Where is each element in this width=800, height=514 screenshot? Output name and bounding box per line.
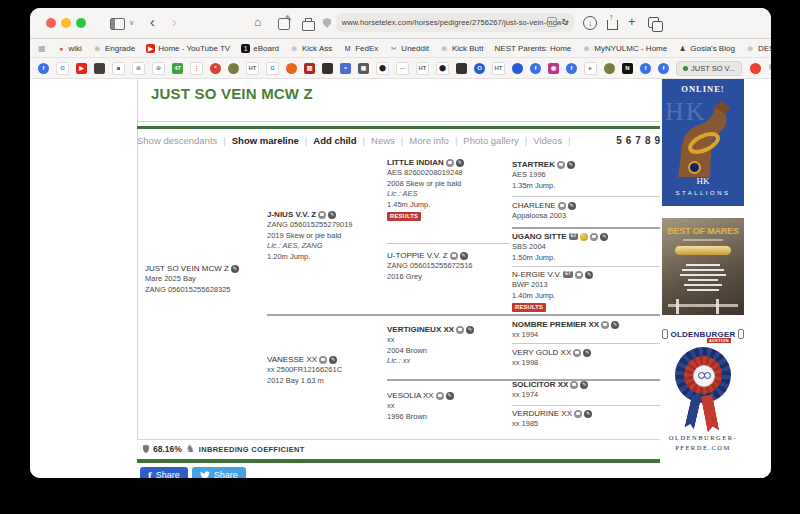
edit-icon[interactable]: [446, 392, 454, 400]
favicon-icon[interactable]: =: [340, 63, 351, 74]
horse-name-link[interactable]: LITTLE INDIAN: [387, 157, 444, 168]
favicon-icon[interactable]: a: [112, 62, 125, 75]
favicon-icon[interactable]: f: [640, 63, 651, 74]
favicon-icon[interactable]: ⊕: [152, 62, 165, 75]
zoom-window-button[interactable]: [76, 18, 86, 28]
bookmark-item[interactable]: ⊕Kick Ass: [290, 44, 332, 53]
horse-name-link[interactable]: J-NIUS V.V. Z: [267, 209, 316, 220]
favicon-icon[interactable]: O: [474, 63, 485, 74]
favicon-icon[interactable]: —: [396, 62, 409, 75]
address-bar[interactable]: www.horsetelex.com/horses/pedigree/27562…: [336, 13, 574, 32]
gold-button[interactable]: [675, 246, 731, 255]
favicon-icon[interactable]: HT: [416, 62, 429, 75]
favicon-icon[interactable]: ◉: [548, 63, 559, 74]
bookmark-item[interactable]: ⊕Kick Butt: [440, 44, 484, 53]
printer-icon[interactable]: [302, 21, 315, 31]
new-tab-button[interactable]: +: [628, 14, 636, 29]
edit-icon[interactable]: [611, 321, 619, 329]
horse-name-link[interactable]: SOLICITOR XX: [512, 379, 568, 390]
favicon-icon[interactable]: f: [566, 63, 577, 74]
results-badge[interactable]: RESULTS: [387, 212, 421, 221]
bookmark-item[interactable]: 1eBoard: [241, 44, 279, 53]
horse-name-link[interactable]: JUST SO VEIN MCW Z: [145, 263, 229, 274]
favicon-icon[interactable]: [322, 63, 333, 74]
horse-name-link[interactable]: VERTIGINEUX XX: [387, 324, 454, 335]
camera-icon[interactable]: [574, 410, 582, 418]
favicon-icon[interactable]: G: [56, 62, 69, 75]
extension-icon[interactable]: [547, 17, 557, 27]
favicon-icon[interactable]: N: [622, 63, 633, 74]
home-icon[interactable]: ⌂: [254, 15, 261, 29]
bookmark-item[interactable]: ✂Uneddit: [389, 44, 429, 53]
menu-item-photo-gallery[interactable]: Photo gallery: [463, 135, 518, 146]
favicon-icon[interactable]: ▣: [358, 63, 369, 74]
favicon-icon[interactable]: f: [38, 63, 49, 74]
bookmark-item[interactable]: ⊕MyNYULMC - Home: [582, 44, 667, 53]
active-tab-chip[interactable]: JUST SO V...: [676, 61, 742, 76]
best-of-mares-ad-banner[interactable]: BEST OF MARES: [662, 218, 744, 315]
back-button[interactable]: ‹: [150, 13, 155, 31]
share-icon[interactable]: [607, 20, 618, 30]
favicon-icon[interactable]: ⬤: [376, 62, 389, 75]
minimize-window-button[interactable]: [61, 18, 71, 28]
oldenburger-ad-banner[interactable]: OLDENBURGER AUKTION OLDENBURGER- PFERDE.…: [662, 325, 744, 461]
edit-icon[interactable]: [583, 349, 591, 357]
results-badge[interactable]: RESULTS: [512, 303, 546, 312]
favicon-icon[interactable]: G: [266, 62, 279, 75]
bookmark-item[interactable]: NEST Parents: Home: [495, 44, 572, 53]
favicon-icon[interactable]: HT: [246, 62, 259, 75]
forward-button[interactable]: ›: [172, 13, 177, 31]
generation-link-8[interactable]: 8: [645, 135, 651, 146]
camera-icon[interactable]: [601, 321, 609, 329]
camera-icon[interactable]: [557, 161, 565, 169]
camera-icon[interactable]: [436, 392, 444, 400]
edit-icon[interactable]: [456, 159, 464, 167]
horse-name-link[interactable]: NOMBRE PREMIER XX: [512, 319, 599, 330]
generation-link-9[interactable]: 9: [654, 135, 660, 146]
favicon-icon[interactable]: ▸: [584, 62, 597, 75]
camera-icon[interactable]: [575, 271, 583, 279]
favicon-icon[interactable]: ⊕: [132, 62, 145, 75]
close-window-button[interactable]: [46, 18, 56, 28]
edit-icon[interactable]: [568, 202, 576, 210]
edit-icon[interactable]: [600, 233, 608, 241]
gold-badge-icon[interactable]: [580, 233, 588, 241]
favicon-icon[interactable]: [94, 63, 105, 74]
camera-icon[interactable]: [318, 211, 326, 219]
reload-icon[interactable]: ↻: [561, 17, 569, 27]
camera-icon[interactable]: [590, 233, 598, 241]
menu-item-show-mareline[interactable]: Show mareline: [232, 135, 299, 146]
favicon-icon[interactable]: f: [658, 63, 669, 74]
favicon-icon[interactable]: [286, 63, 297, 74]
horse-name-link[interactable]: STARTREK: [512, 159, 555, 170]
inbreeding-coefficient-link[interactable]: INBREEDING COEFFICIENT: [199, 445, 305, 454]
favicon-icon[interactable]: ▥: [304, 63, 315, 74]
favicon-icon[interactable]: HT: [492, 62, 505, 75]
menu-item-videos[interactable]: Videos: [533, 135, 562, 146]
orange-circle-favicon[interactable]: [750, 63, 761, 74]
camera-icon[interactable]: [573, 349, 581, 357]
horse-name-link[interactable]: VESOLIA XX: [387, 390, 434, 401]
camera-icon[interactable]: [558, 202, 566, 210]
sidebar-toggle-icon[interactable]: [110, 18, 125, 30]
bookmark-item[interactable]: ⊕DESPERATE: [746, 44, 771, 53]
tab-overview-icon[interactable]: [648, 17, 659, 28]
edit-icon[interactable]: [580, 381, 588, 389]
favicon-icon[interactable]: ▶: [76, 63, 87, 74]
shield-favicon[interactable]: [769, 63, 771, 73]
favicon-icon[interactable]: [228, 63, 239, 74]
hk-stallions-ad-banner[interactable]: ONLINE! HK HK STALLIONS: [662, 79, 744, 206]
camera-icon[interactable]: [446, 159, 454, 167]
horse-name-link[interactable]: VERDURINE XX: [512, 408, 572, 419]
downloads-icon[interactable]: ↓: [583, 16, 597, 30]
bookmark-item[interactable]: ●wiki: [57, 44, 82, 53]
chevron-down-icon[interactable]: ∨: [129, 19, 134, 27]
edit-icon[interactable]: [585, 271, 593, 279]
edit-icon[interactable]: [329, 356, 337, 364]
favicon-icon[interactable]: [604, 63, 615, 74]
menu-item-add-child[interactable]: Add child: [313, 135, 356, 146]
edit-icon[interactable]: [466, 326, 474, 334]
horse-name-link[interactable]: CHARLENE: [512, 200, 556, 211]
horse-name-link[interactable]: U-TOPPIE V.V. Z: [387, 250, 448, 261]
bookmarks-grid-icon[interactable]: ▦: [38, 44, 46, 53]
